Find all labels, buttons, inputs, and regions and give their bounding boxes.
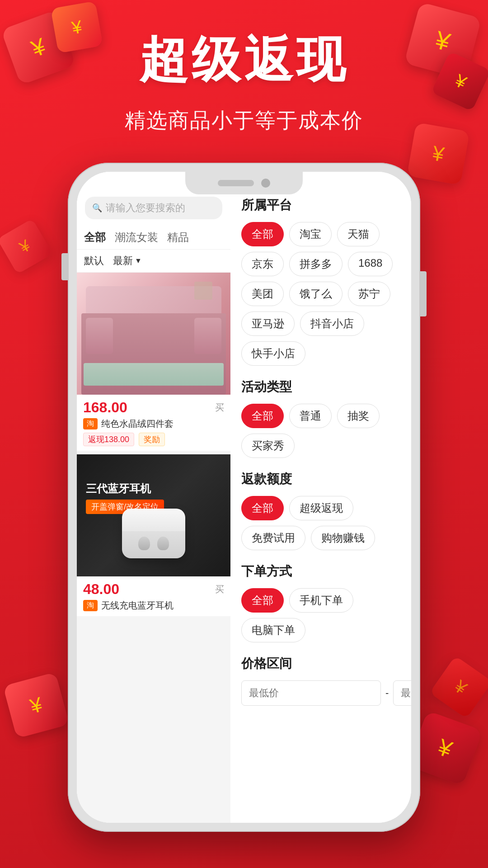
platform-tag-kuaishou[interactable]: 快手小店 [241,341,305,366]
earphone-title-text: 三代蓝牙耳机 [86,481,164,496]
category-tabs: 全部 潮流女装 精品 [77,226,230,250]
order-tag-all[interactable]: 全部 [241,588,284,613]
platform-tag-eleme[interactable]: 饿了么 [289,282,343,306]
sort-default[interactable]: 默认 [84,254,104,268]
sort-newest[interactable]: 最新 ▼ [113,254,142,268]
cashback-row-1: 返现138.00 奖励 [83,433,224,446]
sort-arrow-icon: ▼ [135,257,142,265]
left-panel: 🔍 请输入您要搜索的 全部 潮流女装 精品 默认 最新 [77,172,230,823]
filter-cashback-title: 返款额度 [241,471,400,488]
platform-tag-suning[interactable]: 苏宁 [348,282,390,306]
order-tag-mobile[interactable]: 手机下单 [289,588,353,613]
platform-tag-taobao[interactable]: 淘宝 [289,222,332,246]
platform-tag-amazon[interactable]: 亚马逊 [241,311,295,336]
filter-order-method: 下单方式 全部 手机下单 电脑下单 [241,563,400,642]
filter-platform-tags: 全部 淘宝 天猫 京东 拼多多 1688 美团 饿了么 苏宁 亚马逊 抖音小店 … [241,222,400,366]
product-action-1: 买 [215,401,224,414]
cashback-tag-super[interactable]: 超级返现 [289,496,353,520]
phone-button-left [61,253,68,280]
product-image-2: 三代蓝牙耳机 开盖弹窗/改名定位 [77,454,230,576]
page-title: 超级返现 [0,27,488,93]
price-range-inputs: - [241,680,400,706]
filter-price: 价格区间 - [241,655,400,706]
activity-tag-all[interactable]: 全部 [241,404,284,428]
product-price-1: 168.00 [83,399,127,416]
product-price-2: 48.00 [83,581,119,598]
sort-newest-label: 最新 [113,254,133,268]
activity-tag-lottery[interactable]: 抽奖 [337,404,380,428]
platform-tag-meituan[interactable]: 美团 [241,282,284,306]
cat-tab-fashion[interactable]: 潮流女装 [115,230,158,245]
notch-camera [261,179,270,188]
platform-tag-jd[interactable]: 京东 [241,252,284,276]
phone-mockup: 🔍 请输入您要搜索的 全部 潮流女装 精品 默认 最新 [68,163,420,832]
filter-order-title: 下单方式 [241,563,400,580]
product-title-row-1: 淘 纯色水晶绒四件套 [83,418,224,430]
earphone-lid [122,509,185,531]
product-list: 168.00 买 淘 纯色水晶绒四件套 返现138.00 奖励 [77,273,230,823]
cashback-tag-1: 返现138.00 [83,433,134,446]
filter-activity-tags: 全部 普通 抽奖 买家秀 [241,404,400,458]
header: 超级返现 精选商品小于等于成本价 [0,27,488,135]
phone-screen: 🔍 请输入您要搜索的 全部 潮流女装 精品 默认 最新 [77,172,411,823]
product-name-2: 无线充电蓝牙耳机 [101,599,174,612]
earphone-case-image [113,509,194,572]
product-info-2: 48.00 买 淘 无线充电蓝牙耳机 [77,576,230,616]
platform-tag-tianmao[interactable]: 天猫 [337,222,380,246]
page-subtitle: 精选商品小于等于成本价 [0,107,488,135]
phone-button-right [420,271,427,316]
activity-tag-normal[interactable]: 普通 [289,404,332,428]
product-title-row-2: 淘 无线充电蓝牙耳机 [83,599,224,612]
filter-activity: 活动类型 全部 普通 抽奖 买家秀 [241,378,400,458]
app-content: 🔍 请输入您要搜索的 全部 潮流女装 精品 默认 最新 [77,172,411,823]
product-card-2[interactable]: 三代蓝牙耳机 开盖弹窗/改名定位 [77,454,230,616]
cashback-tag-all[interactable]: 全部 [241,496,284,520]
filter-activity-title: 活动类型 [241,378,400,396]
platform-tag-pdd[interactable]: 拼多多 [289,252,343,276]
reward-tag-1: 奖励 [139,433,165,446]
product-card-1[interactable]: 168.00 买 淘 纯色水晶绒四件套 返现138.00 奖励 [77,273,230,451]
cashback-tag-earn[interactable]: 购物赚钱 [311,526,375,550]
platform-tag-1688[interactable]: 1688 [348,252,393,276]
earphone-image: 三代蓝牙耳机 开盖弹窗/改名定位 [77,454,230,576]
earphone-case [122,509,185,558]
filter-price-title: 价格区间 [241,655,400,672]
cat-tab-quality[interactable]: 精品 [167,230,189,245]
product-info-1: 168.00 买 淘 纯色水晶绒四件套 返现138.00 奖励 [77,395,230,451]
price-min-input[interactable] [241,680,381,706]
price-max-input[interactable] [393,680,411,706]
platform-badge-1: 淘 [83,418,98,429]
platform-badge-2: 淘 [83,600,98,611]
price-dash: - [385,687,389,699]
product-action-2: 买 [215,583,224,595]
filter-cashback: 返款额度 全部 超级返现 免费试用 购物赚钱 [241,471,400,550]
earphone-body [122,531,185,558]
cashback-tag-free[interactable]: 免费试用 [241,526,305,550]
filter-platform-title: 所属平台 [241,197,400,214]
platform-tag-all[interactable]: 全部 [241,222,284,246]
filter-panel[interactable]: 所属平台 全部 淘宝 天猫 京东 拼多多 1688 美团 饿了么 苏宁 亚马逊 [230,172,411,823]
search-placeholder: 请输入您要搜索的 [106,201,185,215]
product-name-1: 纯色水晶绒四件套 [101,418,174,430]
bed-image [77,273,230,395]
filter-order-tags: 全部 手机下单 电脑下单 [241,588,400,642]
cat-tab-all[interactable]: 全部 [84,230,106,245]
notch-pill [218,180,254,186]
filter-platform: 所属平台 全部 淘宝 天猫 京东 拼多多 1688 美团 饿了么 苏宁 亚马逊 [241,197,400,366]
search-icon: 🔍 [92,203,102,213]
activity-tag-buyshow[interactable]: 买家秀 [241,434,295,458]
platform-tag-douyin[interactable]: 抖音小店 [300,311,364,336]
sort-bar: 默认 最新 ▼ [77,250,230,273]
phone-notch [185,172,303,194]
filter-cashback-tags: 全部 超级返现 免费试用 购物赚钱 [241,496,400,550]
order-tag-pc[interactable]: 电脑下单 [241,618,305,642]
search-input-box[interactable]: 🔍 请输入您要搜索的 [85,197,222,219]
phone-outer: 🔍 请输入您要搜索的 全部 潮流女装 精品 默认 最新 [68,163,420,832]
product-image-1 [77,273,230,395]
